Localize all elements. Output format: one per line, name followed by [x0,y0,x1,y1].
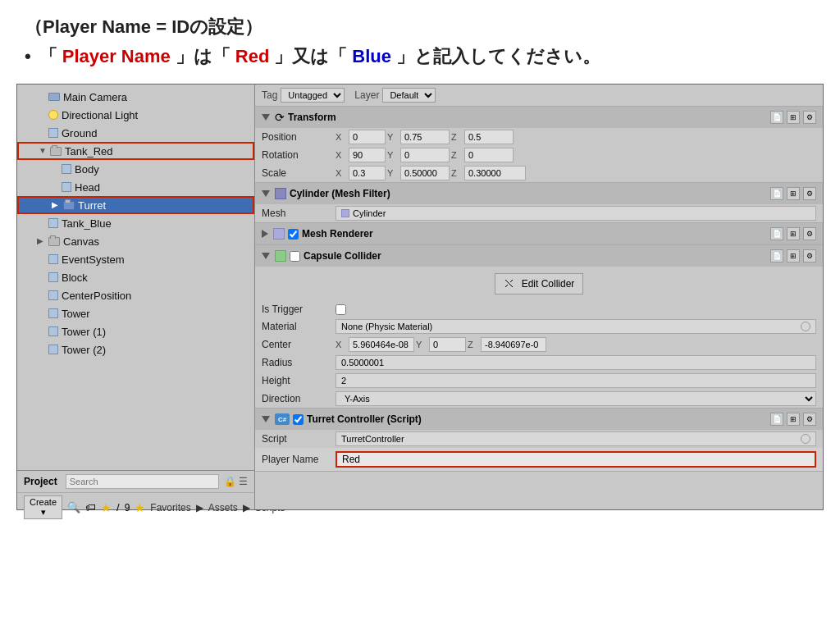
cube-icon [48,218,58,228]
gear-btn[interactable]: ⚙ [803,249,816,262]
title-text: （Player Name = IDの設定） [25,16,262,37]
rot-x-input[interactable] [349,148,386,162]
pos-y-input[interactable] [400,130,450,144]
scale-x-input[interactable] [349,166,386,180]
gear-btn[interactable]: ⚙ [803,413,816,426]
hierarchy-item-centerposition[interactable]: CenterPosition [17,286,254,304]
hierarchy-item-directional-light[interactable]: Directional Light [17,106,254,124]
pos-z-input[interactable] [464,130,514,144]
component-grid-btn[interactable]: ⊞ [787,111,800,124]
pos-x-coord: X [336,130,386,144]
hierarchy-item-body[interactable]: Body [17,160,254,178]
hierarchy-item-label: Tower (2) [62,344,106,356]
hierarchy-item-main-camera[interactable]: Main Camera [17,88,254,106]
project-label: Project [24,476,57,487]
rot-y-input[interactable] [400,148,450,162]
scale-z-input[interactable] [464,166,526,180]
gear-btn[interactable]: ⚙ [803,227,816,240]
layer-select[interactable]: Default [382,88,436,103]
scale-y-input[interactable] [400,166,450,180]
transform-header[interactable]: ⟳ Transform 📄 ⊞ ⚙ [255,107,823,128]
center-y: Y [416,337,466,352]
create-button[interactable]: Create ▾ [24,495,62,519]
center-y-input[interactable] [429,337,466,352]
hierarchy-item-eventsystem[interactable]: EventSystem [17,250,254,268]
mesh-renderer-checkbox[interactable] [288,229,299,240]
center-label: Center [262,339,336,350]
is-trigger-label: Is Trigger [262,304,336,315]
pos-z-coord: Z [451,130,514,144]
scale-row: Scale X Y Z [255,164,823,182]
ref-btn[interactable]: 📄 [770,187,783,200]
hierarchy-item-canvas[interactable]: ▶ Canvas [17,232,254,250]
ref-btn[interactable]: 📄 [770,413,783,426]
grid-btn[interactable]: ⊞ [787,413,800,426]
folder-icon [48,237,60,246]
gear-btn[interactable]: ⚙ [803,187,816,200]
rot-z-input[interactable] [464,148,514,162]
center-z-input[interactable] [481,337,546,352]
component-gear-btn[interactable]: ⚙ [803,111,816,124]
search-btn-icon[interactable]: 🔍 [67,501,80,514]
mesh-renderer-title: Mesh Renderer [302,228,770,240]
grid-btn[interactable]: ⊞ [787,187,800,200]
center-x-input[interactable] [349,337,414,352]
grid-btn[interactable]: ⊞ [787,227,800,240]
direction-select[interactable]: Y-Axis [336,391,816,406]
hierarchy-item-label: Tower (1) [62,326,106,338]
ref-btn[interactable]: 📄 [770,227,783,240]
folder-icon [50,147,62,156]
line2-mid1: 」は「 [176,44,231,69]
mesh-renderer-header[interactable]: Mesh Renderer 📄 ⊞ ⚙ [255,223,823,244]
hierarchy-item-block[interactable]: Block [17,268,254,286]
height-input[interactable] [336,373,816,388]
script-value: TurretController [336,431,816,446]
hierarchy-item-tower2[interactable]: Tower (2) [17,340,254,358]
script-name: TurretController [341,434,404,444]
is-trigger-checkbox[interactable] [336,304,346,315]
component-ref-btn[interactable]: 📄 [770,111,783,124]
edit-collider-button[interactable]: ⛌ Edit Collider [495,273,584,294]
no-arrow [37,254,47,264]
hierarchy-item-head[interactable]: Head [17,178,254,196]
rot-x-coord: X [336,148,386,162]
assets-label[interactable]: Assets [208,502,238,514]
hierarchy-item-tower1[interactable]: Tower (1) [17,322,254,340]
x-label: X [336,150,347,160]
expand-icon [262,416,270,422]
transform-component: ⟳ Transform 📄 ⊞ ⚙ Position X Y [255,107,823,183]
hierarchy-item-label: Body [75,163,99,176]
z-label: Z [451,150,463,160]
radius-row: Radius [255,354,823,372]
turret-controller-title: Turret Controller (Script) [307,413,770,425]
turret-controller-header[interactable]: C# Turret Controller (Script) 📄 ⊞ ⚙ [255,409,823,430]
tag-select[interactable]: Untagged [281,88,345,103]
material-circle-btn[interactable] [801,322,810,331]
project-search-input[interactable] [66,474,219,489]
title-line2: • 「Player Name」は「Red」又は「Blue」と記入してください。 [25,44,815,69]
turret-controller-checkbox[interactable] [293,414,304,425]
script-circle-btn[interactable] [801,434,810,444]
mesh-value: Cylinder [336,206,816,221]
cube-icon [62,164,71,174]
pos-x-input[interactable] [349,130,386,144]
capsule-collider-header[interactable]: Capsule Collider 📄 ⊞ ⚙ [255,245,823,267]
ref-btn[interactable]: 📄 [770,249,783,262]
no-arrow [50,182,60,192]
hierarchy-item-tank-blue[interactable]: Tank_Blue [17,214,254,232]
hierarchy-item-tank-red[interactable]: ▼ Tank_Red [17,142,254,160]
cylinder-mesh-filter-header[interactable]: Cylinder (Mesh Filter) 📄 ⊞ ⚙ [255,183,823,204]
x-label: X [336,340,347,349]
hierarchy-item-turret[interactable]: ▶ Turret [17,196,254,214]
edit-collider-row: ⛌ Edit Collider [255,267,823,301]
hierarchy-item-tower[interactable]: Tower [17,304,254,322]
breadcrumb-separator: ▶ [196,502,203,514]
favorites-label[interactable]: Favorites [150,502,190,514]
radius-input[interactable] [336,355,816,370]
center-row: Center X Y Z [255,336,823,354]
no-arrow [37,218,47,228]
hierarchy-item-ground[interactable]: Ground [17,124,254,142]
no-arrow [37,92,47,102]
capsule-collider-checkbox[interactable] [290,251,300,262]
grid-btn[interactable]: ⊞ [787,249,800,262]
